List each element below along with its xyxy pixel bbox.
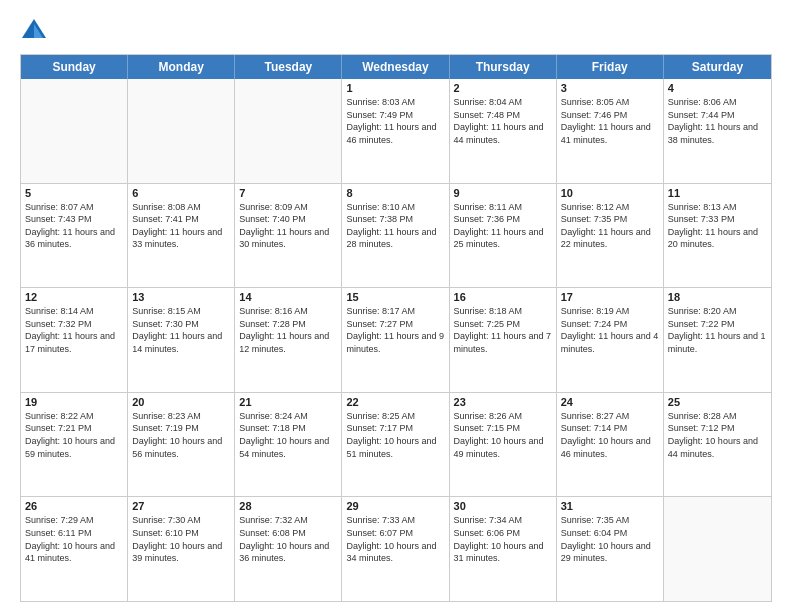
calendar-cell [128,79,235,183]
cell-info: Sunrise: 8:07 AM Sunset: 7:43 PM Dayligh… [25,201,123,251]
cell-info: Sunrise: 8:08 AM Sunset: 7:41 PM Dayligh… [132,201,230,251]
cell-info: Sunrise: 8:09 AM Sunset: 7:40 PM Dayligh… [239,201,337,251]
day-number: 10 [561,187,659,199]
cell-info: Sunrise: 8:15 AM Sunset: 7:30 PM Dayligh… [132,305,230,355]
day-number: 2 [454,82,552,94]
cell-info: Sunrise: 8:26 AM Sunset: 7:15 PM Dayligh… [454,410,552,460]
weekday-header: Sunday [21,55,128,79]
cell-info: Sunrise: 8:20 AM Sunset: 7:22 PM Dayligh… [668,305,767,355]
day-number: 16 [454,291,552,303]
calendar-cell: 6Sunrise: 8:08 AM Sunset: 7:41 PM Daylig… [128,184,235,288]
calendar-cell [664,497,771,601]
cell-info: Sunrise: 7:30 AM Sunset: 6:10 PM Dayligh… [132,514,230,564]
day-number: 17 [561,291,659,303]
day-number: 25 [668,396,767,408]
day-number: 7 [239,187,337,199]
calendar-cell: 28Sunrise: 7:32 AM Sunset: 6:08 PM Dayli… [235,497,342,601]
day-number: 4 [668,82,767,94]
cell-info: Sunrise: 8:04 AM Sunset: 7:48 PM Dayligh… [454,96,552,146]
weekday-header: Saturday [664,55,771,79]
logo-icon [20,16,48,44]
calendar-cell: 13Sunrise: 8:15 AM Sunset: 7:30 PM Dayli… [128,288,235,392]
day-number: 20 [132,396,230,408]
cell-info: Sunrise: 8:03 AM Sunset: 7:49 PM Dayligh… [346,96,444,146]
cell-info: Sunrise: 7:32 AM Sunset: 6:08 PM Dayligh… [239,514,337,564]
calendar-row: 26Sunrise: 7:29 AM Sunset: 6:11 PM Dayli… [21,497,771,601]
cell-info: Sunrise: 8:13 AM Sunset: 7:33 PM Dayligh… [668,201,767,251]
calendar-cell: 27Sunrise: 7:30 AM Sunset: 6:10 PM Dayli… [128,497,235,601]
calendar-cell [21,79,128,183]
weekday-header: Friday [557,55,664,79]
calendar-header: SundayMondayTuesdayWednesdayThursdayFrid… [21,55,771,79]
day-number: 15 [346,291,444,303]
day-number: 28 [239,500,337,512]
calendar-cell: 30Sunrise: 7:34 AM Sunset: 6:06 PM Dayli… [450,497,557,601]
calendar-row: 5Sunrise: 8:07 AM Sunset: 7:43 PM Daylig… [21,184,771,289]
calendar-cell: 8Sunrise: 8:10 AM Sunset: 7:38 PM Daylig… [342,184,449,288]
cell-info: Sunrise: 8:25 AM Sunset: 7:17 PM Dayligh… [346,410,444,460]
cell-info: Sunrise: 8:22 AM Sunset: 7:21 PM Dayligh… [25,410,123,460]
cell-info: Sunrise: 7:34 AM Sunset: 6:06 PM Dayligh… [454,514,552,564]
calendar-row: 12Sunrise: 8:14 AM Sunset: 7:32 PM Dayli… [21,288,771,393]
day-number: 3 [561,82,659,94]
calendar-cell: 16Sunrise: 8:18 AM Sunset: 7:25 PM Dayli… [450,288,557,392]
cell-info: Sunrise: 8:23 AM Sunset: 7:19 PM Dayligh… [132,410,230,460]
day-number: 18 [668,291,767,303]
calendar-cell: 21Sunrise: 8:24 AM Sunset: 7:18 PM Dayli… [235,393,342,497]
day-number: 12 [25,291,123,303]
day-number: 23 [454,396,552,408]
calendar-cell: 14Sunrise: 8:16 AM Sunset: 7:28 PM Dayli… [235,288,342,392]
cell-info: Sunrise: 8:06 AM Sunset: 7:44 PM Dayligh… [668,96,767,146]
calendar-cell: 26Sunrise: 7:29 AM Sunset: 6:11 PM Dayli… [21,497,128,601]
calendar-row: 19Sunrise: 8:22 AM Sunset: 7:21 PM Dayli… [21,393,771,498]
day-number: 29 [346,500,444,512]
day-number: 14 [239,291,337,303]
calendar-cell: 29Sunrise: 7:33 AM Sunset: 6:07 PM Dayli… [342,497,449,601]
day-number: 5 [25,187,123,199]
cell-info: Sunrise: 8:18 AM Sunset: 7:25 PM Dayligh… [454,305,552,355]
cell-info: Sunrise: 8:24 AM Sunset: 7:18 PM Dayligh… [239,410,337,460]
day-number: 6 [132,187,230,199]
cell-info: Sunrise: 8:10 AM Sunset: 7:38 PM Dayligh… [346,201,444,251]
day-number: 9 [454,187,552,199]
cell-info: Sunrise: 8:12 AM Sunset: 7:35 PM Dayligh… [561,201,659,251]
cell-info: Sunrise: 8:28 AM Sunset: 7:12 PM Dayligh… [668,410,767,460]
calendar-cell: 1Sunrise: 8:03 AM Sunset: 7:49 PM Daylig… [342,79,449,183]
cell-info: Sunrise: 8:27 AM Sunset: 7:14 PM Dayligh… [561,410,659,460]
calendar-cell: 3Sunrise: 8:05 AM Sunset: 7:46 PM Daylig… [557,79,664,183]
day-number: 30 [454,500,552,512]
calendar-cell: 9Sunrise: 8:11 AM Sunset: 7:36 PM Daylig… [450,184,557,288]
calendar-cell: 10Sunrise: 8:12 AM Sunset: 7:35 PM Dayli… [557,184,664,288]
weekday-header: Monday [128,55,235,79]
cell-info: Sunrise: 8:05 AM Sunset: 7:46 PM Dayligh… [561,96,659,146]
day-number: 31 [561,500,659,512]
calendar-cell: 11Sunrise: 8:13 AM Sunset: 7:33 PM Dayli… [664,184,771,288]
day-number: 24 [561,396,659,408]
calendar-cell: 24Sunrise: 8:27 AM Sunset: 7:14 PM Dayli… [557,393,664,497]
page: SundayMondayTuesdayWednesdayThursdayFrid… [0,0,792,612]
calendar-cell: 19Sunrise: 8:22 AM Sunset: 7:21 PM Dayli… [21,393,128,497]
calendar: SundayMondayTuesdayWednesdayThursdayFrid… [20,54,772,602]
calendar-cell: 17Sunrise: 8:19 AM Sunset: 7:24 PM Dayli… [557,288,664,392]
day-number: 11 [668,187,767,199]
cell-info: Sunrise: 8:14 AM Sunset: 7:32 PM Dayligh… [25,305,123,355]
logo [20,16,52,44]
calendar-cell: 2Sunrise: 8:04 AM Sunset: 7:48 PM Daylig… [450,79,557,183]
cell-info: Sunrise: 7:33 AM Sunset: 6:07 PM Dayligh… [346,514,444,564]
calendar-row: 1Sunrise: 8:03 AM Sunset: 7:49 PM Daylig… [21,79,771,184]
calendar-body: 1Sunrise: 8:03 AM Sunset: 7:49 PM Daylig… [21,79,771,601]
calendar-cell: 4Sunrise: 8:06 AM Sunset: 7:44 PM Daylig… [664,79,771,183]
calendar-cell: 23Sunrise: 8:26 AM Sunset: 7:15 PM Dayli… [450,393,557,497]
calendar-cell: 5Sunrise: 8:07 AM Sunset: 7:43 PM Daylig… [21,184,128,288]
day-number: 21 [239,396,337,408]
calendar-cell: 22Sunrise: 8:25 AM Sunset: 7:17 PM Dayli… [342,393,449,497]
calendar-cell: 31Sunrise: 7:35 AM Sunset: 6:04 PM Dayli… [557,497,664,601]
calendar-cell [235,79,342,183]
day-number: 1 [346,82,444,94]
calendar-cell: 15Sunrise: 8:17 AM Sunset: 7:27 PM Dayli… [342,288,449,392]
calendar-cell: 20Sunrise: 8:23 AM Sunset: 7:19 PM Dayli… [128,393,235,497]
weekday-header: Wednesday [342,55,449,79]
day-number: 22 [346,396,444,408]
cell-info: Sunrise: 7:29 AM Sunset: 6:11 PM Dayligh… [25,514,123,564]
header [20,16,772,44]
